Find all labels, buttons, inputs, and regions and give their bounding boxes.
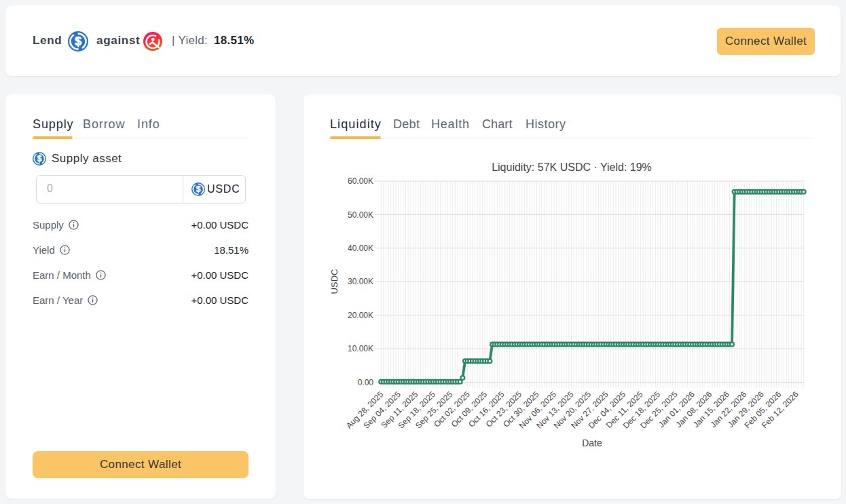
svg-text:$: $ (37, 154, 42, 163)
svg-text:$: $ (75, 35, 81, 48)
svg-text:$: $ (196, 185, 201, 194)
